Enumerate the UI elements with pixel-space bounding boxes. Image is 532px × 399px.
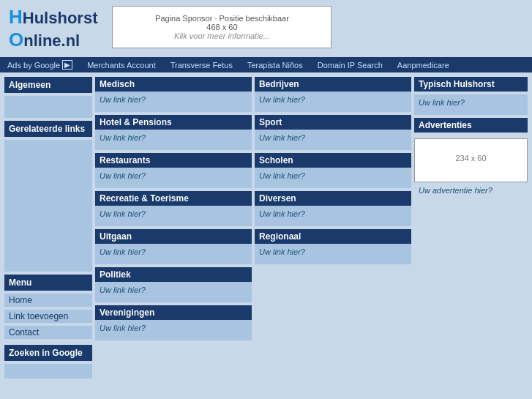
gerelateerde-body (4, 140, 92, 272)
menu-contact[interactable]: Contact (4, 326, 92, 339)
cat-hotel-link[interactable]: Uw link hier? (100, 133, 146, 142)
cat-regionaal-link[interactable]: Uw link hier? (259, 247, 305, 256)
cat-verenigingen: Verenigingen Uw link hier? (95, 305, 252, 340)
cat-restaurants-link[interactable]: Uw link hier? (100, 171, 146, 180)
advertentie-link[interactable]: Uw advertentie hier? (419, 186, 492, 195)
cat-medisch: Medisch Uw link hier? (95, 77, 252, 112)
header: HHulshorst Online.nl Pagina Sponsor · Po… (0, 0, 532, 57)
title-line1: HHulshorst (9, 6, 97, 29)
cat-medisch-header: Medisch (95, 77, 252, 92)
ad-box-234: 234 x 60 (414, 138, 528, 182)
cat-sport-link[interactable]: Uw link hier? (259, 133, 305, 142)
cat-scholen-header: Scholen (255, 153, 411, 168)
sponsor-line2: 468 x 60 (127, 23, 316, 31)
adbar-link-1[interactable]: Transverse Fetus (171, 61, 233, 70)
cat-scholen-body: Uw link hier? (255, 168, 411, 188)
menu-link-toevoegen[interactable]: Link toevoegen (4, 310, 92, 323)
adbar-link-3[interactable]: Domain IP Search (318, 61, 383, 70)
ad-bar: Ads by Google ▶ Merchants Account Transv… (0, 57, 532, 72)
search-body (4, 364, 92, 379)
cat-row-2: Restaurants Uw link hier? Scholen Uw lin… (95, 153, 411, 188)
cat-recreatie-body: Uw link hier? (95, 206, 252, 226)
cat-politiek-link[interactable]: Uw link hier? (100, 286, 146, 294)
ads-by-google-label: Ads by Google (7, 61, 60, 70)
cat-row-0: Medisch Uw link hier? Bedrijven Uw link … (95, 77, 411, 112)
cat-diversen-link[interactable]: Uw link hier? (259, 209, 305, 218)
menu-header: Menu (4, 275, 92, 291)
cat-uitgaan-header: Uitgaan (95, 229, 252, 244)
cat-diversen-body: Uw link hier? (255, 206, 411, 226)
cat-regionaal-body: Uw link hier? (255, 244, 411, 264)
cat-restaurants: Restaurants Uw link hier? (95, 153, 252, 188)
typisch-header: Typisch Hulshorst (414, 77, 528, 92)
adbar-link-0[interactable]: Merchants Account (87, 61, 156, 70)
right-filler (414, 204, 528, 379)
advertenties-area: 234 x 60 Uw advertentie hier? (414, 135, 528, 201)
site-title: HHulshorst Online.nl (9, 6, 97, 51)
ads-by-google: Ads by Google ▶ (7, 60, 72, 70)
advertenties-header: Advertenties (414, 118, 528, 133)
cat-sport: Sport Uw link hier? (255, 115, 411, 150)
cat-sport-header: Sport (255, 115, 411, 130)
cat-uitgaan-link[interactable]: Uw link hier? (100, 247, 146, 256)
title-line2: Online.nl (9, 29, 97, 51)
cat-empty-6 (255, 305, 411, 340)
adbar-link-2[interactable]: Terapista Niños (247, 61, 303, 70)
sidebar: Algemeen Gerelateerde links Menu Home Li… (4, 77, 92, 379)
cat-medisch-link[interactable]: Uw link hier? (100, 95, 146, 104)
title-text1: Hulshorst (23, 9, 98, 27)
cat-scholen: Scholen Uw link hier? (255, 153, 411, 188)
cat-diversen-header: Diversen (255, 191, 411, 206)
cat-bedrijven-body: Uw link hier? (255, 92, 411, 112)
cat-recreatie-link[interactable]: Uw link hier? (100, 209, 146, 218)
cat-recreatie: Recreatie & Toerisme Uw link hier? (95, 191, 252, 226)
content: Medisch Uw link hier? Bedrijven Uw link … (95, 77, 528, 379)
cat-diversen: Diversen Uw link hier? (255, 191, 411, 226)
gerelateerde-header: Gerelateerde links (4, 121, 92, 137)
sponsor-line1: Pagina Sponsor · Positie beschikbaar (127, 14, 316, 23)
algemeen-body (4, 96, 92, 118)
cat-bedrijven-link[interactable]: Uw link hier? (259, 95, 305, 104)
sponsor-box[interactable]: Pagina Sponsor · Positie beschikbaar 468… (112, 6, 331, 48)
cat-verenigingen-link[interactable]: Uw link hier? (100, 324, 146, 332)
cat-scholen-link[interactable]: Uw link hier? (259, 171, 305, 180)
categories: Medisch Uw link hier? Bedrijven Uw link … (95, 77, 411, 379)
cat-hotel-body: Uw link hier? (95, 130, 252, 150)
typisch-link[interactable]: Uw link hier? (419, 98, 465, 107)
sponsor-line3: Klik voor meer informatie... (127, 31, 316, 40)
typisch-body: Uw link hier? (414, 94, 528, 115)
cat-row-6: Verenigingen Uw link hier? (95, 305, 411, 340)
title-highlight-h: H (9, 6, 23, 28)
title-text2: nline.nl (23, 31, 80, 50)
cat-uitgaan-body: Uw link hier? (95, 244, 252, 264)
cat-row-1: Hotel & Pensions Uw link hier? Sport Uw … (95, 115, 411, 150)
cat-verenigingen-body: Uw link hier? (95, 320, 252, 340)
cat-politiek: Politiek Uw link hier? (95, 267, 252, 302)
right-sidebar: Typisch Hulshorst Uw link hier? Adverten… (414, 77, 528, 379)
cat-restaurants-body: Uw link hier? (95, 168, 252, 188)
ads-icon: ▶ (62, 60, 72, 70)
cat-row-5: Politiek Uw link hier? (95, 267, 411, 302)
cat-regionaal-header: Regionaal (255, 229, 411, 244)
cat-empty-5 (255, 267, 411, 302)
cat-medisch-body: Uw link hier? (95, 92, 252, 112)
cat-regionaal: Regionaal Uw link hier? (255, 229, 411, 264)
cat-politiek-body: Uw link hier? (95, 282, 252, 302)
cat-row-4: Uitgaan Uw link hier? Regionaal Uw link … (95, 229, 411, 264)
cat-recreatie-header: Recreatie & Toerisme (95, 191, 252, 206)
main: Algemeen Gerelateerde links Menu Home Li… (0, 72, 532, 383)
cat-bedrijven-header: Bedrijven (255, 77, 411, 92)
algemeen-header: Algemeen (4, 77, 92, 93)
cat-restaurants-header: Restaurants (95, 153, 252, 168)
cat-verenigingen-header: Verenigingen (95, 305, 252, 320)
cat-politiek-header: Politiek (95, 267, 252, 282)
cat-row-3: Recreatie & Toerisme Uw link hier? Diver… (95, 191, 411, 226)
adbar-link-4[interactable]: Aanpmedicare (397, 61, 449, 70)
ad-box-size: 234 x 60 (455, 154, 486, 163)
cat-sport-body: Uw link hier? (255, 130, 411, 150)
search-header: Zoeken in Google (4, 345, 92, 361)
cat-bedrijven: Bedrijven Uw link hier? (255, 77, 411, 112)
cat-hotel-header: Hotel & Pensions (95, 115, 252, 130)
menu-home[interactable]: Home (4, 294, 92, 307)
title-highlight-o: O (9, 29, 23, 51)
